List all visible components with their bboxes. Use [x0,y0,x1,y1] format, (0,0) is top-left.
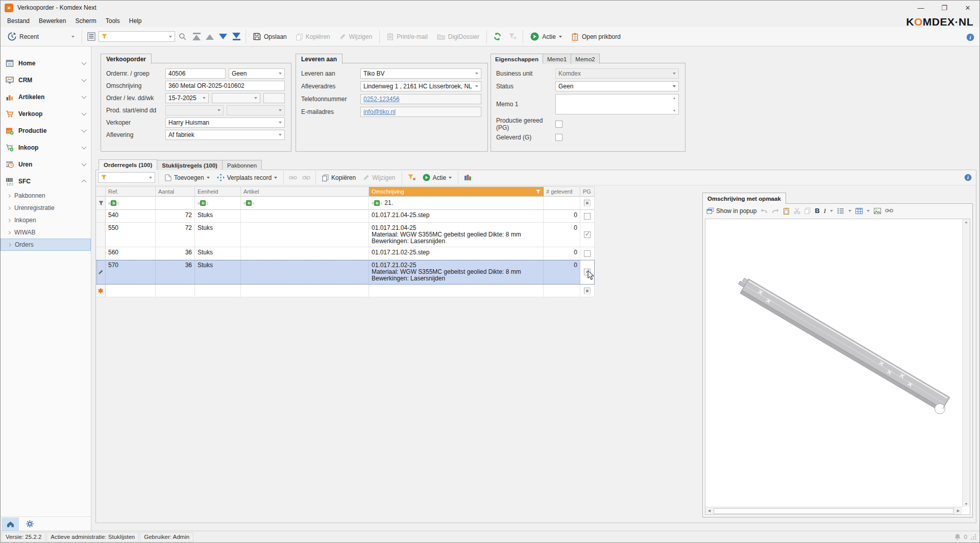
sidebar-item-sfc[interactable]: 123 SFC [1,173,91,190]
insert-image-button[interactable] [874,208,881,214]
col-header-aantal[interactable]: Aantal [156,186,195,197]
menu-bestand[interactable]: Bestand [3,15,34,27]
sidebar-item-pakbonnen[interactable]: Pakbonnen [1,190,91,202]
cell-geleverd[interactable]: 0 [544,223,580,247]
sidebar-item-urenregistratie[interactable]: Urenregistratie [1,202,91,214]
pg-checkbox[interactable] [584,231,591,238]
prod-eind-select[interactable] [227,105,285,115]
cell-eenheid[interactable]: Stuks [195,260,241,285]
pg-checkbox[interactable] [584,213,591,220]
action-button[interactable]: Actie [526,29,566,44]
geleverd-checkbox[interactable] [555,134,562,141]
verkoper-select[interactable]: Harry Huisman [165,117,285,128]
tab-eigenschappen[interactable]: Eigenschappen [491,54,543,64]
info-button[interactable]: i [966,33,974,41]
table-row[interactable]: 550 72 Stuks 01.017.21.04-25 Materiaal: … [96,223,595,247]
pg-checkbox[interactable] [584,288,591,294]
cell-artikel[interactable] [241,247,369,260]
filter-cell-artikel[interactable]: abc [241,197,369,210]
bold-button[interactable]: B [815,207,819,215]
memo-spinner[interactable]: ▲▼ [671,95,678,113]
leveren-aan-select[interactable]: Tiko BV [360,68,481,79]
table-dropdown-icon[interactable] [867,210,870,212]
filter-cell-pg[interactable] [580,197,595,210]
pg-checkbox[interactable] [584,250,591,257]
cell-omschrijving[interactable]: 01.017.21.02-25 Materiaal: WGW S355MC ge… [369,260,544,285]
cell-ref[interactable]: 570 [106,260,156,285]
cut-button[interactable] [794,207,800,214]
menu-bewerken[interactable]: Bewerken [34,15,70,27]
cell-eenheid[interactable]: Stuks [195,223,241,247]
copy-button[interactable] [804,207,811,214]
close-button[interactable]: ✕ [956,1,979,15]
menu-scherm[interactable]: Scherm [70,15,101,27]
print-email-button[interactable]: Print/e-mail [383,29,432,44]
table-button[interactable] [855,208,863,214]
insert-link-button[interactable] [885,208,893,213]
open-pinboard-button[interactable]: Open prikbord [567,29,625,44]
order-date-select[interactable]: 15-7-2025 [165,93,209,103]
home-view-button[interactable] [2,517,19,531]
tab-orderregels[interactable]: Orderregels (100) [99,159,157,170]
filter-cell-aantal[interactable] [156,197,195,210]
table-row-selected[interactable]: 570 36 Stuks 01.017.21.02-25 Materiaal: … [96,260,595,285]
cell-geleverd[interactable]: 0 [544,247,580,260]
grid-edit-button[interactable]: Wijzigen [360,172,398,184]
cell-artikel[interactable] [241,223,369,247]
groep-select[interactable]: Geen [229,68,285,79]
filter-combo[interactable] [99,31,175,42]
lev-date-select[interactable] [212,93,260,103]
resize-grip[interactable] [970,534,976,540]
link-button[interactable] [287,172,299,184]
digidossier-button[interactable]: DigiDossier [433,29,483,44]
productie-gereed-checkbox[interactable] [555,121,562,128]
cell-pg[interactable] [580,247,595,260]
minimize-button[interactable]: — [909,1,933,15]
go-next-button[interactable] [217,34,229,40]
clear-filter-button[interactable] [506,29,520,44]
cell-geleverd[interactable]: 0 [544,210,580,223]
cell-geleverd[interactable]: 0 [544,260,580,285]
cell-omschrijving[interactable]: 01.017.21.02-25.step [369,247,544,260]
cell-artikel[interactable] [241,260,369,285]
rich-text-editor[interactable]: ▲▼ ◀▶ [705,219,970,515]
status-select[interactable]: Geen [555,81,679,91]
scrollbar-thumb[interactable] [714,508,954,514]
prod-start-select[interactable] [165,105,224,115]
redo-button[interactable] [772,208,779,214]
column-chooser-button[interactable] [461,172,474,184]
tab-memo2[interactable]: Memo2 [571,54,599,64]
toevoegen-button[interactable]: Toevoegen [162,172,213,184]
grid-clear-filter-button[interactable] [405,172,419,184]
col-header-artikel[interactable]: Artikel [241,186,369,197]
filter-cell-ref[interactable]: abc [106,197,156,210]
maximize-button[interactable]: ❐ [933,1,956,15]
save-button[interactable]: Opslaan [249,29,291,44]
cell-omschrijving[interactable]: 01.017.21.04-25.step [369,210,544,223]
list-dropdown-icon[interactable] [848,210,851,212]
verplaats-record-button[interactable]: Verplaats record [214,172,280,184]
business-unit-select[interactable]: Komdex [555,68,679,79]
cell-aantal[interactable]: 72 [156,210,195,223]
cell-artikel[interactable] [241,210,369,223]
col-header-ref[interactable]: Ref. [106,186,156,197]
cell-ref[interactable]: 560 [106,247,156,260]
tab-pakbonnen[interactable]: Pakbonnen [222,160,262,170]
cell-pg[interactable] [580,223,595,247]
vertical-scrollbar[interactable]: ▲▼ [962,219,970,507]
cell-aantal[interactable]: 36 [156,247,195,260]
grid-action-button[interactable]: Actie [420,172,455,184]
recent-button[interactable]: Recent [4,29,79,44]
memo1-textarea[interactable]: ▲▼ [555,94,679,114]
filter-cell-eenheid[interactable]: abc [195,197,241,210]
lev-week-field[interactable] [263,93,285,103]
sidebar-item-orders[interactable]: Orders [1,239,91,251]
paste-button[interactable] [783,207,790,215]
sidebar-item-home[interactable]: Home [1,55,91,72]
filter-cell-omschrijving[interactable]: abc21. [369,197,544,210]
undo-button[interactable] [761,208,768,214]
col-header-pg[interactable]: PG [580,186,595,197]
font-dropdown-icon[interactable] [830,210,833,212]
list-view-button[interactable] [85,29,97,44]
sidebar-item-verkoop[interactable]: Verkoop [1,105,91,122]
